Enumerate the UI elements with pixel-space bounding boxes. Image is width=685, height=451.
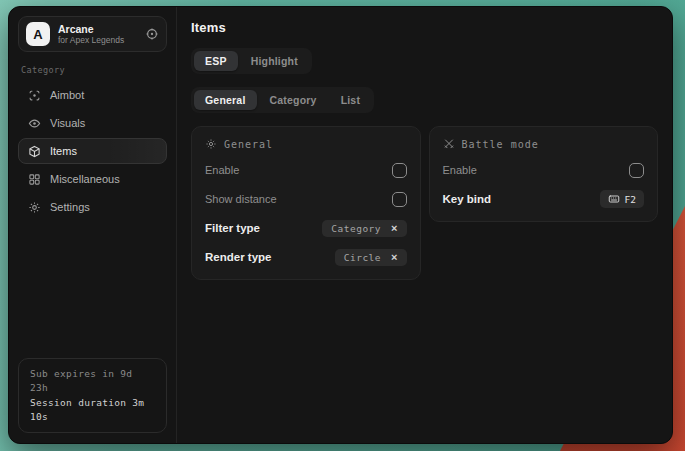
subtab-list[interactable]: List — [330, 90, 371, 110]
subtab-general[interactable]: General — [194, 90, 257, 110]
select-value: Circle — [344, 252, 381, 263]
brand-name: Arcane — [58, 23, 137, 35]
sidebar-nav: Aimbot Visuals Items Miscellaneous Setti… — [18, 82, 167, 220]
items-icon — [28, 145, 41, 158]
visuals-icon — [28, 117, 41, 130]
sun-icon — [205, 138, 217, 150]
battle-icon — [443, 138, 455, 150]
brand-subtitle: for Apex Legends — [58, 36, 137, 46]
setting-label: Show distance — [205, 193, 277, 205]
brand-card: A Arcane for Apex Legends — [18, 16, 167, 52]
keybind-button[interactable]: F2 — [600, 190, 644, 208]
sidebar-item-visuals[interactable]: Visuals — [18, 110, 167, 136]
panels-area: General Enable Show distance Filter type… — [191, 126, 658, 280]
checkbox[interactable] — [392, 163, 407, 178]
setting-row-render-type: Render type Circle × — [205, 248, 407, 266]
panel-battle-mode: Battle mode Enable Key bind F2 — [429, 126, 659, 222]
select-button[interactable]: Category × — [322, 220, 406, 237]
misc-icon — [28, 173, 41, 186]
brand-logo: A — [26, 22, 50, 46]
setting-row-enable: Enable — [205, 161, 407, 179]
mode-tab-group: ESPHighlight — [191, 48, 312, 74]
aimbot-icon — [28, 89, 41, 102]
tab-esp[interactable]: ESP — [194, 51, 238, 71]
setting-row-filter-type: Filter type Category × — [205, 219, 407, 237]
setting-label: Render type — [205, 251, 271, 263]
setting-label: Filter type — [205, 222, 260, 234]
cheat-menu-window: A Arcane for Apex Legends Category Aimbo… — [8, 6, 673, 444]
setting-label: Key bind — [443, 193, 492, 205]
setting-label: Enable — [443, 164, 477, 176]
sidebar-item-miscellaneous[interactable]: Miscellaneous — [18, 166, 167, 192]
session-duration-text: Session duration 3m 10s — [30, 396, 155, 425]
panel-general: General Enable Show distance Filter type… — [191, 126, 421, 280]
subscription-card: Sub expires in 9d 23h Session duration 3… — [18, 358, 167, 433]
category-label: Category — [21, 65, 164, 75]
sidebar: A Arcane for Apex Legends Category Aimbo… — [9, 7, 177, 443]
settings-icon — [28, 201, 41, 214]
keyboard-icon — [608, 193, 620, 205]
target-icon[interactable] — [145, 27, 159, 41]
setting-row-enable: Enable — [443, 161, 645, 179]
setting-row-show-distance: Show distance — [205, 190, 407, 208]
close-icon[interactable]: × — [391, 252, 397, 263]
select-button[interactable]: Circle × — [335, 249, 407, 266]
subtab-category[interactable]: Category — [259, 90, 328, 110]
page-title: Items — [191, 20, 658, 35]
close-icon[interactable]: × — [391, 223, 397, 234]
main-content: Items ESPHighlight GeneralCategoryList G… — [177, 7, 672, 443]
sidebar-item-settings[interactable]: Settings — [18, 194, 167, 220]
keybind-value: F2 — [625, 194, 636, 205]
select-value: Category — [331, 223, 381, 234]
tab-highlight[interactable]: Highlight — [240, 51, 309, 71]
setting-row-key-bind: Key bind F2 — [443, 190, 645, 208]
view-tab-group: GeneralCategoryList — [191, 87, 374, 113]
panel-title: Battle mode — [462, 139, 539, 150]
setting-label: Enable — [205, 164, 239, 176]
sidebar-item-aimbot[interactable]: Aimbot — [18, 82, 167, 108]
sub-expires-text: Sub expires in 9d 23h — [30, 367, 155, 396]
sidebar-item-items[interactable]: Items — [18, 138, 167, 164]
panel-title: General — [224, 139, 273, 150]
checkbox[interactable] — [392, 192, 407, 207]
checkbox[interactable] — [629, 163, 644, 178]
